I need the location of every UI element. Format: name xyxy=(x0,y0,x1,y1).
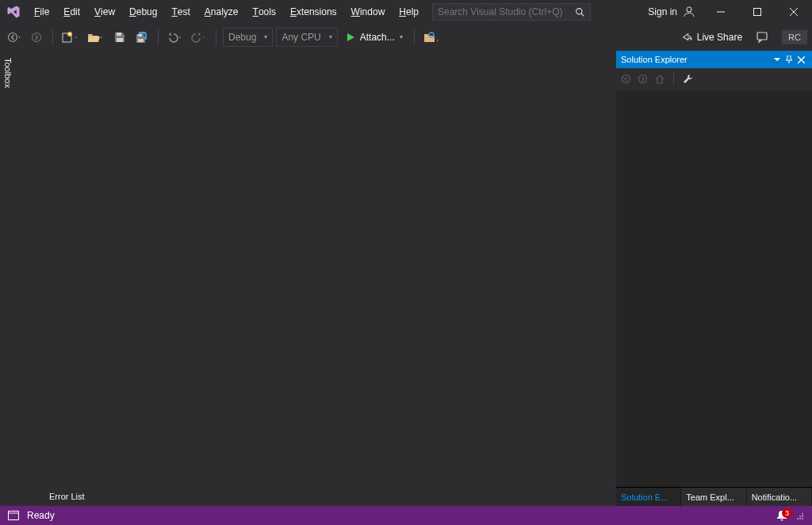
pin-icon[interactable] xyxy=(783,56,795,63)
menu-help[interactable]: Help xyxy=(392,0,426,24)
maximize-button[interactable] xyxy=(739,0,776,24)
svg-point-29 xyxy=(802,518,803,519)
svg-point-24 xyxy=(802,513,803,515)
svg-point-7 xyxy=(9,33,17,41)
svg-point-0 xyxy=(576,8,582,13)
play-icon xyxy=(346,33,355,42)
search-input[interactable] xyxy=(438,6,572,17)
error-list-label: Error List xyxy=(49,492,85,501)
rc-badge: RC xyxy=(782,30,807,44)
panel-title: Solution Explorer xyxy=(621,55,772,64)
platform-label: Any CPU xyxy=(282,32,320,43)
toolbox-panel-tab[interactable]: Toolbox xyxy=(0,51,19,506)
vs-logo xyxy=(0,5,27,19)
configuration-combo[interactable]: Debug ▾ xyxy=(223,28,273,47)
svg-rect-13 xyxy=(138,34,142,36)
panel-tab-2[interactable]: Notificatio... xyxy=(747,488,812,506)
save-all-button[interactable] xyxy=(132,28,151,47)
feedback-button[interactable] xyxy=(752,28,774,47)
svg-point-28 xyxy=(799,518,801,519)
chevron-down-icon: ▾ xyxy=(400,33,403,40)
svg-point-8 xyxy=(33,33,41,41)
menu-analyze[interactable]: Analyze xyxy=(197,0,246,24)
notification-count: 3 xyxy=(782,508,792,518)
svg-rect-17 xyxy=(757,33,767,40)
configuration-label: Debug xyxy=(228,32,256,43)
panel-menu-icon[interactable] xyxy=(772,56,783,63)
svg-rect-12 xyxy=(117,38,123,42)
search-box[interactable] xyxy=(432,3,591,21)
platform-combo[interactable]: Any CPU ▾ xyxy=(276,28,337,47)
menu-window[interactable]: Window xyxy=(344,0,393,24)
svg-point-25 xyxy=(799,515,801,517)
panel-close-icon[interactable] xyxy=(795,56,807,63)
svg-point-20 xyxy=(622,75,630,83)
toolbar: Debug ▾ Any CPU ▾ Attach... ▾ Live Share… xyxy=(0,24,812,51)
toolbox-label: Toolbox xyxy=(2,56,13,90)
chevron-down-icon: ▾ xyxy=(329,33,332,40)
solution-tree[interactable] xyxy=(616,90,812,487)
panel-toolbar xyxy=(616,68,812,90)
panel-tabs: Solution E...Team Expl...Notificatio... xyxy=(616,487,812,506)
nav-back-icon xyxy=(621,74,631,84)
panel-titlebar[interactable]: Solution Explorer xyxy=(616,51,812,68)
menu-file[interactable]: File xyxy=(27,0,56,24)
menu-view[interactable]: View xyxy=(87,0,122,24)
nav-forward-icon xyxy=(638,74,648,84)
sign-in-button[interactable]: Sign in xyxy=(642,5,703,19)
search-icon xyxy=(575,7,585,17)
wrench-icon[interactable] xyxy=(682,74,693,85)
titlebar: FileEditViewDebugTestAnalyzeToolsExtensi… xyxy=(0,0,812,24)
redo-button[interactable] xyxy=(189,28,209,47)
notifications-button[interactable]: 3 xyxy=(776,510,787,521)
svg-rect-14 xyxy=(138,39,144,42)
nav-forward-button[interactable] xyxy=(27,28,46,47)
menu-edit[interactable]: Edit xyxy=(56,0,87,24)
find-in-files-button[interactable] xyxy=(421,28,443,47)
svg-point-27 xyxy=(797,518,799,519)
sign-in-label: Sign in xyxy=(648,6,677,17)
home-icon xyxy=(654,74,665,85)
menu-test[interactable]: Test xyxy=(164,0,197,24)
save-button[interactable] xyxy=(110,28,129,47)
editor-area: Error List xyxy=(19,51,615,506)
svg-rect-11 xyxy=(117,33,121,36)
svg-point-21 xyxy=(639,75,647,83)
svg-point-2 xyxy=(687,7,691,12)
user-icon xyxy=(682,5,696,19)
menu-extensions[interactable]: Extensions xyxy=(283,0,344,24)
nav-back-button[interactable] xyxy=(5,28,24,47)
resize-grip-icon[interactable] xyxy=(795,512,804,520)
solution-explorer-panel: Solution Explorer Solution E...Team Expl… xyxy=(615,51,812,506)
menubar: FileEditViewDebugTestAnalyzeToolsExtensi… xyxy=(27,0,426,24)
window-frame-icon xyxy=(8,511,19,520)
svg-rect-22 xyxy=(9,512,19,520)
attach-label: Attach... xyxy=(360,32,395,43)
panel-tab-1[interactable]: Team Expl... xyxy=(681,488,746,506)
panel-tab-0[interactable]: Solution E... xyxy=(616,488,681,506)
menu-tools[interactable]: Tools xyxy=(246,0,283,24)
open-file-button[interactable] xyxy=(85,28,107,47)
live-share-button[interactable]: Live Share xyxy=(675,32,749,43)
window-controls xyxy=(703,0,812,24)
main-area: Toolbox Error List Solution Explorer Sol… xyxy=(0,51,812,506)
share-icon xyxy=(681,32,692,43)
svg-point-26 xyxy=(802,515,803,517)
statusbar: Ready 3 xyxy=(0,506,812,525)
status-text: Ready xyxy=(27,510,55,521)
new-project-button[interactable] xyxy=(59,28,82,47)
chevron-down-icon: ▾ xyxy=(264,33,267,40)
attach-button[interactable]: Attach... ▾ xyxy=(341,28,408,47)
error-list-tab[interactable]: Error List xyxy=(41,488,93,506)
undo-button[interactable] xyxy=(165,28,186,47)
close-button[interactable] xyxy=(776,0,812,24)
menu-debug[interactable]: Debug xyxy=(122,0,164,24)
live-share-label: Live Share xyxy=(697,32,742,43)
svg-line-1 xyxy=(581,13,584,16)
minimize-button[interactable] xyxy=(703,0,739,24)
svg-rect-4 xyxy=(754,9,761,16)
